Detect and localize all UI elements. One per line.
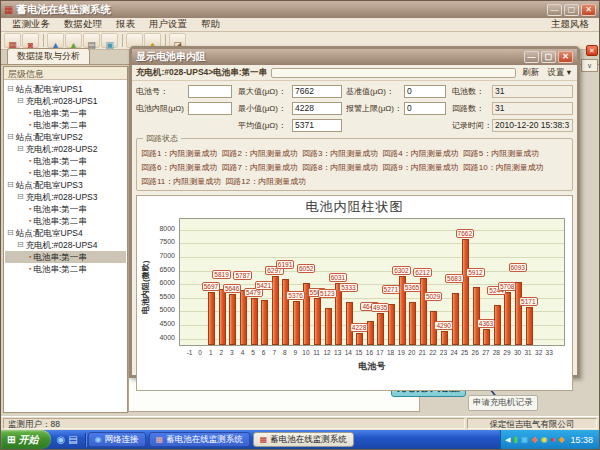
tree-battery-string[interactable]: ▪电池串:第一串 [5,155,126,167]
mindmap-node-request-records[interactable]: 申请充电机记录 [468,395,538,411]
analysis-chart-green-button[interactable]: ▲ [65,33,82,48]
quicklaunch-desktop-icon[interactable]: ▤ [68,435,77,445]
field-input[interactable] [188,102,232,115]
tree-battery-string[interactable]: ▪电池串:第二串 [5,263,126,275]
bar-value-label: 5912 [466,268,484,277]
loop-status-item: 回路4：内阻测量成功 [382,148,458,159]
image-view-button[interactable]: ▣ [101,33,118,48]
bar-value-label: 5376 [286,291,304,300]
task-button[interactable]: ▦蓄电池在线监测系统 [253,432,354,447]
field-input[interactable]: 0 [404,102,446,115]
monitor-start-button[interactable]: ▦ [4,33,21,48]
bar[interactable] [504,292,511,345]
start-button[interactable]: ⊞ 开始 [1,430,51,449]
field-input[interactable] [188,85,232,98]
minus-box-icon[interactable]: ⊟ [7,83,14,95]
tree-station[interactable]: ⊟站点:配电室UPS4 [5,227,126,239]
tray-battery-icon[interactable]: ▮ [513,436,517,444]
close-button[interactable]: ✕ [581,4,596,16]
theme-style-button[interactable]: 主题风格 [545,18,595,31]
field-input[interactable]: 4228 [292,102,342,115]
field-input[interactable]: 5371 [292,119,342,132]
menu-item[interactable]: 帮助 [194,18,227,31]
minus-box-icon[interactable]: ⊟ [17,95,24,107]
bar[interactable] [441,331,448,345]
field-input[interactable]: 0 [404,85,446,98]
tree-battery-string[interactable]: ▪电池串:第一串 [5,107,126,119]
task-button[interactable]: ◉网络连接 [88,432,146,447]
print-button[interactable]: ▤ [83,33,100,48]
bar[interactable] [251,298,258,345]
tree-charger[interactable]: ⊟充电机:#028-UPS3 [5,191,126,203]
tree-charger[interactable]: ⊟充电机:#028-UPS2 [5,143,126,155]
dialog-close-button[interactable]: ✕ [558,51,573,63]
bar[interactable] [208,292,215,345]
bar[interactable] [462,239,469,345]
tree-station[interactable]: ⊟站点:配电室UPS3 [5,179,126,191]
bar-value-label: 5646 [223,284,241,293]
mdi-close-button[interactable]: ✕ [586,45,598,56]
bar[interactable] [452,293,459,345]
minus-box-icon[interactable]: ⊟ [7,227,14,239]
bar[interactable] [314,298,321,345]
tray-collapse-icon[interactable]: ◀ [505,436,510,444]
tree-battery-string[interactable]: ▪电池串:第一串 [5,251,126,263]
bar[interactable] [325,308,332,345]
field-input[interactable]: 7662 [292,85,342,98]
minus-box-icon[interactable]: ⊟ [7,131,14,143]
tree-battery-string[interactable]: ▪电池串:第二串 [5,167,126,179]
maximize-button[interactable]: ▢ [564,4,579,16]
bar[interactable] [483,329,490,345]
bar[interactable] [240,290,247,345]
tree-battery-string[interactable]: ▪电池串:第二串 [5,119,126,131]
refresh-button[interactable]: 刷新 [520,67,541,79]
tree-charger[interactable]: ⊟充电机:#028-UPS1 [5,95,126,107]
bar[interactable] [282,279,289,345]
tree-battery-string[interactable]: ▪电池串:第二串 [5,215,126,227]
bar[interactable] [473,287,480,345]
quicklaunch-browser-icon[interactable]: ◉ [56,435,65,445]
menu-items: 监测业务数据处理报表用户设置帮助 [5,18,227,31]
minus-box-icon[interactable]: ⊟ [17,239,24,251]
tree-station[interactable]: ⊟站点:配电室UPS2 [5,131,126,143]
menu-item[interactable]: 监测业务 [5,18,57,31]
menu-item[interactable]: 用户设置 [142,18,194,31]
analysis-chart-blue-button[interactable]: ▲ [47,33,64,48]
bar[interactable] [293,301,300,345]
menu-item[interactable]: 报表 [109,18,142,31]
bar[interactable] [229,294,236,345]
minus-box-icon[interactable]: ⊟ [7,179,14,191]
tray-usb-icon[interactable]: ◆ [531,436,537,444]
tree-battery-string[interactable]: ▪电池串:第一串 [5,203,126,215]
dialog-maximize-button[interactable]: ▢ [541,51,556,63]
bar-value-label: 7662 [456,229,474,238]
tree: ⊟站点:配电室UPS1⊟充电机:#028-UPS1▪电池串:第一串▪电池串:第二… [4,80,127,278]
bar[interactable] [377,313,384,345]
bar[interactable] [409,302,416,346]
station-label: 站点:配电室UPS2 [16,131,83,143]
settings-dropdown[interactable]: 设置 ▾ [545,67,573,79]
minimize-button[interactable]: — [547,4,562,16]
bar[interactable] [356,333,363,345]
minus-box-icon[interactable]: ⊟ [17,143,24,155]
tree-charger[interactable]: ⊟充电机:#028-UPS4 [5,239,126,251]
minus-box-icon[interactable]: ⊟ [17,191,24,203]
tray-update-icon[interactable]: ◆ [558,436,564,444]
string-label: 电池串:第二串 [33,215,86,227]
bar[interactable] [261,300,268,345]
tray-network-icon[interactable]: ▣ [521,436,529,444]
tree-station[interactable]: ⊟站点:配电室UPS1 [5,83,126,95]
chevron-down-icon[interactable]: ∨ [581,59,598,72]
bar[interactable] [388,304,395,345]
tray-shield-icon[interactable]: ● [550,436,555,444]
bar-value-label: 4363 [477,319,495,328]
bar[interactable] [515,282,522,345]
bar[interactable] [219,289,226,345]
task-button[interactable]: ▦蓄电池在线监测系统 [149,432,250,447]
menu-item[interactable]: 数据处理 [57,18,109,31]
bar[interactable] [526,307,533,345]
tray-volume-icon[interactable]: ◉ [540,436,547,444]
dialog-minimize-button[interactable]: — [524,51,539,63]
monitor-stop-button[interactable]: ◙ [22,33,39,48]
tab-data-extraction[interactable]: 数据提取与分析 [7,48,90,64]
